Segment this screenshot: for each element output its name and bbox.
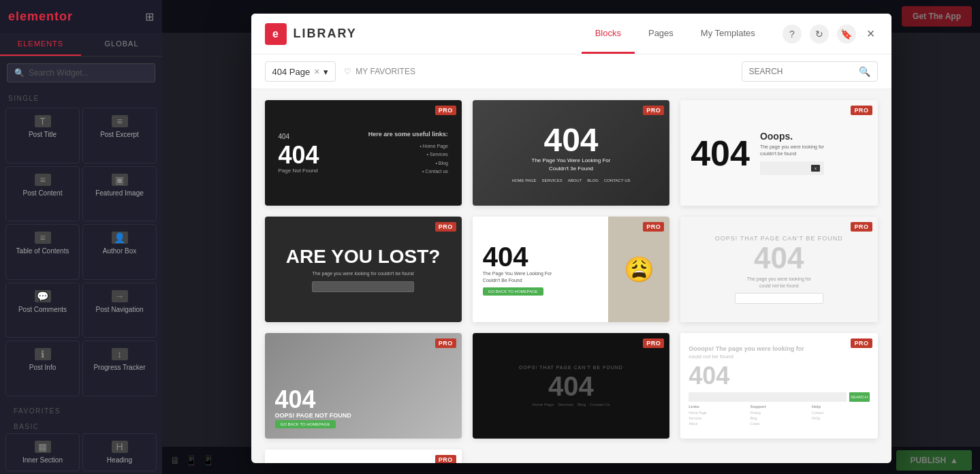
editor-background: elementor ⊞ ELEMENTS GLOBAL 🔍 Search Wid… (0, 0, 980, 474)
post-content-icon: ≡ (35, 174, 51, 186)
sidebar-item-featured-image[interactable]: ▣ Featured Image (82, 166, 157, 222)
single-section-label: SINGLE (0, 89, 162, 105)
tab-global[interactable]: GLOBAL (81, 33, 162, 56)
favorites-button[interactable]: ♡ MY FAVORITES (344, 67, 415, 76)
sidebar-item-label: Author Box (103, 247, 136, 255)
sidebar-item-label: Post Excerpt (100, 131, 139, 138)
post-comments-icon: 💬 (35, 290, 51, 302)
template-preview: 404 Ooops. The page you were looking for… (680, 100, 877, 206)
template-preview: 404 The Page You Were Looking ForCouldn'… (473, 100, 669, 206)
templates-grid: 404 404 Page Not Found Here are some use… (265, 100, 878, 463)
template-card[interactable]: ARE YOU LOST? The page you were looking … (265, 217, 462, 322)
search-icon: 🔍 (859, 66, 870, 77)
sidebar-item-post-excerpt[interactable]: ≡ Post Excerpt (82, 108, 157, 163)
sidebar-item-label: Post Comments (18, 306, 67, 313)
template-preview: OOPS! THAT PAGE CAN'T BE FOUND 404 The p… (680, 217, 877, 322)
template-preview: 404 OOPS! PAGE NOT FOUND GO BACK TO HOME… (265, 333, 462, 439)
sidebar-item-inner-section[interactable]: ▦ Inner Section (5, 433, 80, 471)
tab-my-templates[interactable]: My Templates (687, 14, 769, 54)
template-preview: 404 The Page You Were Looking ForCouldn'… (473, 217, 669, 322)
tab-blocks[interactable]: Blocks (582, 14, 635, 54)
sidebar-item-post-content[interactable]: ≡ Post Content (5, 166, 80, 222)
template-preview: ARE YOU LOST? The page you were looking … (265, 217, 462, 322)
progress-tracker-icon: ↕ (112, 348, 128, 360)
sidebar-menu-icon[interactable]: ⊞ (145, 10, 154, 23)
sidebar-item-author-box[interactable]: 👤 Author Box (82, 224, 157, 280)
heading-icon: H (112, 441, 128, 453)
sidebar-item-label: Heading (107, 456, 132, 464)
template-card[interactable]: 404 The Page You Were Looking ForCouldn'… (473, 217, 669, 322)
save-templates-icon[interactable]: 🔖 (837, 25, 856, 44)
pro-badge: PRO (643, 338, 664, 348)
filter-value: 404 Page (272, 67, 311, 77)
pro-badge: PRO (435, 222, 456, 232)
modal-logo: e (265, 23, 287, 45)
search-placeholder: Search Widget... (29, 68, 89, 78)
modal-header-icons: ? ↻ 🔖 × (783, 23, 878, 44)
main-canvas: Get The App e LIBRARY Blocks Pages My Te… (162, 0, 980, 474)
pro-badge: PRO (851, 222, 872, 232)
favorites-label: MY FAVORITES (355, 67, 415, 76)
elementor-logo: elementor (8, 10, 73, 24)
template-card[interactable]: 404 Ooops. The page you were looking for… (680, 100, 877, 206)
sidebar-item-label: Featured Image (95, 189, 144, 197)
template-card[interactable]: OOPS! THAT PAGE CAN'T BE FOUND 404 The p… (680, 217, 877, 322)
sync-icon[interactable]: ↻ (810, 25, 829, 44)
sidebar-item-label: Post Content (23, 189, 63, 197)
template-card[interactable]: 404 OOPS! PAGE NOT FOUND GO BACK TO HOME… (265, 333, 462, 439)
sidebar-header: elementor ⊞ (0, 0, 162, 33)
post-info-icon: ℹ (35, 348, 51, 360)
template-text: Here are some useful links: • Home Page•… (368, 129, 448, 176)
search-input[interactable] (749, 67, 855, 76)
sidebar-search[interactable]: 🔍 Search Widget... (7, 63, 155, 82)
post-title-icon: T (35, 115, 51, 127)
sidebar-item-label: Progress Tracker (93, 364, 145, 371)
favorites-section-label: FAVORITES (5, 402, 157, 417)
sidebar-item-post-title[interactable]: T Post Title (5, 108, 80, 163)
pro-badge: PRO (851, 338, 872, 348)
sidebar-item-heading[interactable]: H Heading (82, 433, 157, 471)
sidebar: elementor ⊞ ELEMENTS GLOBAL 🔍 Search Wid… (0, 0, 162, 474)
sidebar-item-progress-tracker[interactable]: ↕ Progress Tracker (82, 341, 157, 396)
template-preview: 404 404 Page Not Found Here are some use… (265, 100, 462, 206)
tab-pages[interactable]: Pages (635, 14, 687, 54)
heart-icon: ♡ (344, 67, 351, 76)
filter-clear-icon[interactable]: × (314, 66, 319, 77)
pro-badge: PRO (435, 106, 456, 115)
modal-body: 404 404 Page Not Found Here are some use… (251, 89, 891, 463)
modal-overlay: e LIBRARY Blocks Pages My Templates ? ↻ … (162, 0, 980, 474)
pro-badge: PRO (435, 455, 456, 463)
help-icon[interactable]: ? (783, 25, 802, 44)
template-preview: OOPS! THAT PAGE CAN'T BE FOUND 404 Home … (473, 333, 669, 439)
tab-elements[interactable]: ELEMENTS (0, 33, 81, 56)
chevron-down-icon: ▾ (323, 67, 328, 77)
post-navigation-icon: → (112, 290, 128, 302)
sidebar-tabs: ELEMENTS GLOBAL (0, 33, 162, 57)
table-of-contents-icon: ≡ (35, 232, 51, 244)
close-button[interactable]: × (864, 23, 878, 44)
template-card[interactable]: 404 404 Page Not Found Here are some use… (265, 100, 462, 206)
featured-image-icon: ▣ (112, 174, 128, 186)
modal-toolbar: 404 Page × ▾ ♡ MY FAVORITES 🔍 (251, 54, 891, 89)
modal-tabs: Blocks Pages My Templates (582, 14, 769, 54)
sidebar-widget-grid: T Post Title ≡ Post Excerpt ≡ Post Conte… (0, 105, 162, 399)
template-card[interactable]: 404 The Page You Were Looking ForCouldn'… (473, 100, 669, 206)
pro-badge: PRO (643, 106, 664, 115)
modal-header: e LIBRARY Blocks Pages My Templates ? ↻ … (251, 14, 891, 54)
template-card[interactable]: Oooops! The page you were looking for co… (680, 333, 877, 439)
template-card[interactable]: ERROR 404 *You May Be In The Wrong Place… (265, 449, 462, 463)
basic-section-label: BASIC (5, 417, 157, 433)
template-card[interactable]: OOPS! THAT PAGE CAN'T BE FOUND 404 Home … (473, 333, 669, 439)
sidebar-item-label: Inner Section (22, 456, 63, 464)
sidebar-item-post-comments[interactable]: 💬 Post Comments (5, 283, 80, 338)
author-box-icon: 👤 (112, 232, 128, 244)
pro-badge: PRO (851, 106, 872, 115)
filter-select[interactable]: 404 Page × ▾ (265, 61, 336, 82)
pro-badge: PRO (643, 222, 664, 232)
template-preview: Oooops! The page you were looking for co… (680, 333, 877, 439)
library-modal: e LIBRARY Blocks Pages My Templates ? ↻ … (251, 14, 891, 463)
sidebar-item-post-navigation[interactable]: → Post Navigation (82, 283, 157, 338)
sidebar-item-table-of-contents[interactable]: ≡ Table of Contents (5, 224, 80, 280)
sidebar-item-label: Table of Contents (16, 247, 69, 255)
sidebar-item-post-info[interactable]: ℹ Post Info (5, 341, 80, 396)
